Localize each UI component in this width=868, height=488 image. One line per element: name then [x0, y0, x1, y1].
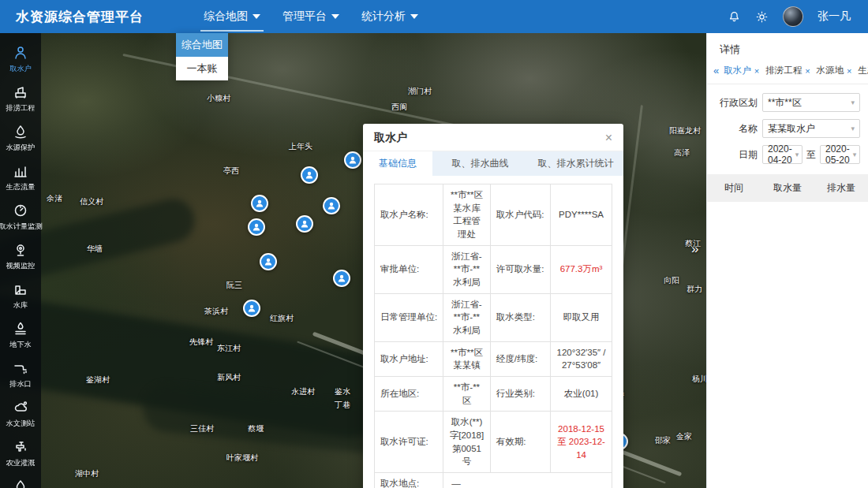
field-label: 经度/纬度: [490, 341, 550, 376]
gear-icon[interactable] [755, 10, 769, 24]
field-value: — [443, 473, 612, 488]
close-icon[interactable]: × [754, 66, 759, 76]
sidebar-item-label: 排水口 [9, 379, 32, 389]
water-user-marker[interactable] [251, 195, 268, 212]
water-user-marker[interactable] [243, 300, 260, 317]
water-user-marker[interactable] [344, 151, 361, 169]
place-label: 茶浜村 [204, 306, 228, 317]
sidebar-item-视频监控[interactable]: 视频监控 [0, 238, 41, 275]
sidebar-item-地下水[interactable]: 地下水 [0, 317, 41, 354]
camera-icon [13, 242, 28, 258]
result-column-header: 取水量 [761, 181, 814, 195]
tabs-scroll-left-icon[interactable]: « [713, 65, 719, 76]
detail-tab-排涝工程[interactable]: 排涝工程× [763, 65, 812, 76]
place-label: 叶家堰村 [226, 453, 258, 464]
sidebar-item-label: 排涝工程 [6, 103, 36, 114]
popup-tab-1[interactable]: 基础信息 [363, 151, 432, 176]
field-value: 农业(01) [551, 377, 612, 412]
pump-icon [13, 84, 28, 100]
date-to-select[interactable]: 2020-05-20▾ [820, 145, 860, 164]
place-label: 信义村 [80, 196, 103, 207]
dam-icon [13, 281, 28, 297]
popup-tab-3[interactable]: 取、排水累计统计 [528, 151, 623, 176]
water-user-marker[interactable] [333, 270, 350, 287]
top-navbar: 水资源综合管理平台 综合地图管理平台统计分析 张一凡 [0, 0, 868, 33]
user-avatar[interactable] [783, 6, 803, 27]
sidebar-item-排涝工程[interactable]: 排涝工程 [0, 80, 41, 117]
field-value: **市**区某某镇 [443, 341, 491, 376]
user-name[interactable]: 张一凡 [817, 9, 851, 24]
dropdown-item-1[interactable]: 综合地图 [176, 33, 228, 57]
region-select[interactable]: **市**区▾ [762, 93, 860, 112]
close-icon[interactable]: × [805, 66, 810, 76]
field-value: **市-**区 [443, 377, 491, 412]
groundwater-icon [13, 321, 28, 337]
bell-icon[interactable] [728, 10, 741, 24]
info-row: 审批单位:浙江省-**市-** 水利局许可取水量:677.3万m³ [375, 245, 612, 293]
detail-tab-水源地[interactable]: 水源地× [814, 65, 855, 76]
app-title: 水资源综合管理平台 [16, 8, 144, 26]
dropdown-item-2[interactable]: 一本账 [176, 57, 228, 80]
place-label: 鉴水 [335, 386, 350, 397]
sidebar-item-水文测站[interactable]: 水文测站 [0, 396, 41, 433]
info-row: 取水户地址:**市**区某某镇经度/纬度:120°32′35″ / 27°53′… [375, 341, 612, 376]
field-value: 677.3万m³ [551, 245, 612, 293]
field-value: 浙江省-**市-** 水利局 [443, 293, 491, 341]
detail-tab-生态流[interactable]: 生态流▾ [856, 65, 868, 76]
water-user-marker[interactable] [248, 218, 265, 236]
detail-panel: 详情 «取水户×排涝工程×水源地×生态流▾ 行政区划 **市**区▾ 名称 某某… [706, 33, 868, 488]
field-label: 日常管理单位: [375, 293, 443, 341]
chevron-down-icon: ▾ [851, 99, 855, 106]
map-menu-dropdown: 综合地图一本账 [176, 33, 228, 80]
sidebar-item-取水计量监测[interactable]: 取水计量监测 [0, 199, 41, 236]
field-label: 行业类别: [490, 377, 550, 412]
nav-menu-1[interactable]: 综合地图 [193, 0, 271, 33]
popup-title: 取水户 [374, 131, 407, 145]
result-column-header: 时间 [707, 181, 761, 195]
sidebar-item-水库[interactable]: 水库 [0, 278, 41, 315]
field-label: 所在地区: [375, 377, 443, 412]
sidebar-item-label: 取水计量监测 [0, 222, 43, 232]
nav-menu-3[interactable]: 统计分析 [350, 0, 429, 33]
chevron-down-icon: ▾ [795, 151, 799, 158]
sidebar-item-水功能区[interactable]: 水功能区 [0, 475, 41, 488]
popup-tab-2[interactable]: 取、排水曲线 [432, 151, 528, 176]
detail-tab-取水户[interactable]: 取水户× [721, 65, 761, 76]
popup-tabs: 基础信息取、排水曲线取、排水累计统计 [363, 151, 623, 176]
water-user-marker[interactable] [323, 197, 340, 214]
field-value: PDY****SA [551, 184, 612, 246]
nav-menu-2[interactable]: 管理平台 [271, 0, 350, 33]
sidebar-item-生态流量[interactable]: 生态流量 [0, 159, 41, 196]
sidebar-item-农业灌溉[interactable]: 农业灌溉 [0, 435, 41, 472]
date-label: 日期 [715, 148, 758, 162]
flow-icon [13, 163, 28, 179]
close-icon[interactable]: × [847, 66, 851, 76]
water-user-marker[interactable] [296, 215, 313, 233]
result-table-body [707, 202, 868, 488]
nav-menu-label: 统计分析 [361, 9, 406, 24]
place-label: 金家 [676, 431, 692, 442]
close-icon[interactable]: × [605, 132, 612, 144]
water-user-marker[interactable] [260, 253, 277, 270]
name-select[interactable]: 某某取水户▾ [762, 119, 860, 138]
info-row: 所在地区:**市-**区行业类别:农业(01) [375, 377, 612, 412]
info-row: 取水户名称:**市**区某水库 工程管理处取水户代码:PDY****SA [375, 184, 612, 246]
place-label: 向阳 [664, 275, 679, 286]
field-label: 取水户地址: [375, 341, 443, 376]
info-row: 日常管理单位:浙江省-**市-** 水利局取水类型:即取又用 [375, 293, 612, 341]
nav-menu-label: 管理平台 [282, 9, 327, 24]
sidebar-item-排水口[interactable]: 排水口 [0, 356, 41, 393]
place-label: 先锋村 [189, 337, 213, 348]
date-from-select[interactable]: 2020-04-20▾ [762, 145, 803, 164]
water-user-marker[interactable] [301, 166, 318, 184]
place-label: 高泽 [674, 147, 690, 158]
sidebar-item-取水户[interactable]: 取水户 [0, 41, 41, 78]
place-label: 杨川 [692, 374, 706, 385]
region-value: **市**区 [768, 96, 802, 110]
sidebar-item-label: 农业灌溉 [6, 458, 36, 468]
field-label: 取水许可证: [375, 412, 443, 473]
field-label: 取水户名称: [375, 184, 443, 246]
field-label: 取水类型: [490, 293, 550, 341]
sidebar-item-水源保护[interactable]: 水源保护 [0, 120, 41, 157]
chevron-down-icon [331, 14, 339, 19]
